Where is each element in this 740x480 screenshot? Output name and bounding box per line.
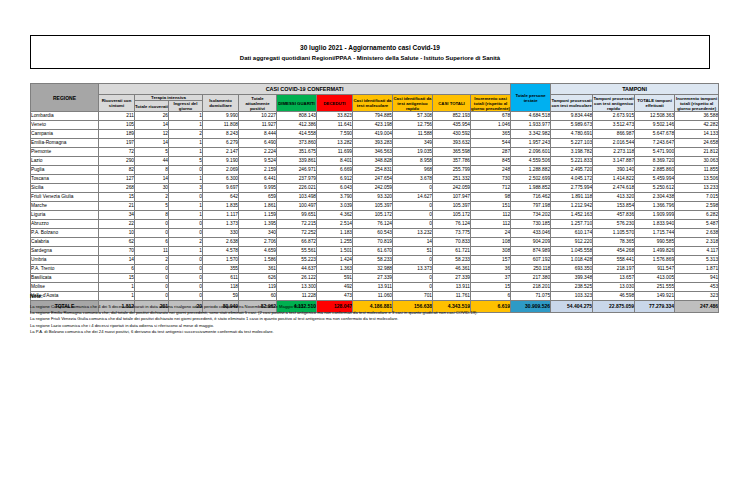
value-cell: 9.834.448: [551, 112, 593, 121]
value-cell: 14: [135, 175, 169, 184]
value-cell: 11: [135, 247, 169, 256]
region-cell: Piemonte: [31, 148, 99, 157]
value-cell: 1: [169, 121, 203, 130]
value-cell: 197: [99, 139, 135, 148]
value-cell: 2.318: [675, 238, 719, 247]
value-cell: 36.588: [675, 112, 719, 121]
value-cell: 11.927: [239, 121, 277, 130]
region-cell: Veneto: [31, 121, 99, 130]
value-cell: 1.159: [239, 211, 277, 220]
value-cell: 8.369.720: [635, 157, 675, 166]
value-cell: 1.570: [203, 256, 239, 265]
value-cell: 268: [99, 184, 135, 193]
value-cell: 2: [135, 256, 169, 265]
value-cell: 0: [169, 193, 203, 202]
value-cell: 242.059: [353, 184, 393, 193]
value-cell: 3.342.982: [511, 130, 551, 139]
value-cell: 34: [99, 211, 135, 220]
value-cell: 13.911: [353, 283, 393, 292]
value-cell: 26: [135, 112, 169, 121]
notes-label: Note:: [30, 293, 690, 299]
value-cell: 1.891.118: [551, 193, 593, 202]
value-cell: 373.860: [277, 139, 317, 148]
value-cell: 544: [471, 139, 511, 148]
value-cell: 8.444: [239, 130, 277, 139]
value-cell: 13.282: [317, 139, 353, 148]
value-cell: 390.140: [593, 166, 635, 175]
value-cell: 5: [169, 157, 203, 166]
value-cell: 349: [393, 139, 433, 148]
value-cell: 5.250.612: [635, 184, 675, 193]
value-cell: 11.855: [675, 166, 719, 175]
value-cell: 1.861: [239, 202, 277, 211]
header-incremento-tamponi: Incremento tamponi totali (rispetto al g…: [675, 95, 719, 112]
value-cell: 1.257.710: [551, 220, 593, 229]
value-cell: 70: [99, 247, 135, 256]
value-cell: 712: [471, 184, 511, 193]
value-cell: 7.590: [317, 130, 353, 139]
value-cell: 4.117: [675, 247, 719, 256]
value-cell: 5.989.673: [551, 121, 593, 130]
value-cell: 9.524: [239, 157, 277, 166]
value-cell: 1.586: [239, 256, 277, 265]
value-cell: 2.159: [239, 166, 277, 175]
value-cell: 6: [99, 265, 135, 274]
value-cell: 76.124: [353, 220, 393, 229]
header-dimessi-guariti: DIMESSI GUARITI: [277, 95, 317, 112]
value-cell: 251.555: [635, 283, 675, 292]
value-cell: 3.198.782: [551, 148, 593, 157]
value-cell: 1: [169, 175, 203, 184]
table-row: P.A. Trento60035536144.6371.36332.98813.…: [31, 265, 719, 274]
region-cell: Calabria: [31, 238, 99, 247]
value-cell: 1.452.163: [551, 211, 593, 220]
value-cell: 218.201: [511, 283, 551, 292]
note-item: La P.A. di Bolzano comunica che dei 24 n…: [30, 329, 690, 335]
value-cell: 55.561: [277, 247, 317, 256]
value-cell: 218.197: [593, 265, 635, 274]
value-cell: 340: [239, 229, 277, 238]
value-cell: 42.282: [675, 121, 719, 130]
value-cell: 14: [99, 256, 135, 265]
value-cell: 3.678: [393, 175, 433, 184]
table-row: Puglia82802.0692.159246.9716.669254.8319…: [31, 166, 719, 175]
value-cell: 78.365: [593, 238, 635, 247]
region-cell: Abruzzo: [31, 220, 99, 229]
value-cell: 247.654: [353, 175, 393, 184]
value-cell: 14: [135, 139, 169, 148]
value-cell: 1.018.428: [551, 256, 593, 265]
value-cell: 413.320: [593, 193, 635, 202]
value-cell: 0: [393, 202, 433, 211]
value-cell: 9.995: [239, 184, 277, 193]
value-cell: 5: [135, 148, 169, 157]
value-cell: 14.133: [675, 130, 719, 139]
value-cell: 55.223: [277, 256, 317, 265]
value-cell: 250.118: [511, 265, 551, 274]
value-cell: 1.499.826: [635, 247, 675, 256]
value-cell: 9.190: [203, 157, 239, 166]
value-cell: 2.147: [203, 148, 239, 157]
value-cell: 5: [135, 202, 169, 211]
value-cell: 0: [393, 283, 433, 292]
value-cell: 558.441: [593, 256, 635, 265]
value-cell: 852.193: [433, 112, 471, 121]
value-cell: 27.339: [433, 274, 471, 283]
value-cell: 60.543: [353, 229, 393, 238]
value-cell: 1: [169, 112, 203, 121]
value-cell: 2.885.860: [635, 166, 675, 175]
value-cell: 0: [393, 220, 433, 229]
value-cell: 11.808: [203, 121, 239, 130]
value-cell: 576.230: [593, 220, 635, 229]
value-cell: 808.143: [277, 112, 317, 121]
value-cell: 1.501: [317, 247, 353, 256]
value-cell: 10.227: [239, 112, 277, 121]
value-cell: 339.861: [277, 157, 317, 166]
value-cell: 435.954: [433, 121, 471, 130]
value-cell: 2.598: [675, 202, 719, 211]
value-cell: 66.872: [277, 238, 317, 247]
value-cell: 2.224: [239, 148, 277, 157]
value-cell: 11.588: [393, 130, 433, 139]
value-cell: 2.304.438: [635, 193, 675, 202]
value-cell: 15: [99, 193, 135, 202]
value-cell: 730: [471, 175, 511, 184]
notes-section: Note: La regione Campania comunica che 4…: [30, 293, 690, 335]
